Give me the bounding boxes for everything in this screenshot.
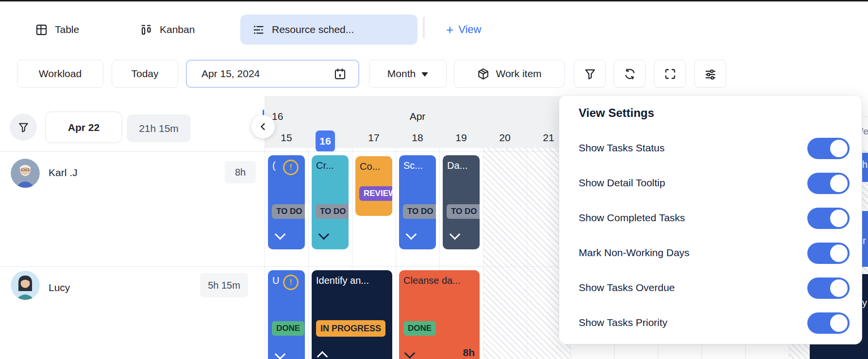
task-title: Cleanse da... [403,275,461,286]
task-card[interactable]: Cr... TO DO [312,155,349,249]
resource-scheduler-app: Table Kanban Resource sched... + View Wo… [0,0,868,359]
setting-label-show-tasks-status: Show Tasks Status [579,142,665,154]
refresh-button[interactable] [614,60,646,88]
toggle-show-completed-tasks[interactable] [807,208,850,229]
status-badge: IN PROGRESS [316,320,385,337]
view-settings-title: View Settings [579,106,654,120]
collapse-chevron-icon[interactable] [317,351,328,359]
avatar-karl[interactable] [11,159,40,188]
window-top-edge [0,0,868,1]
resource-name: Karl .J [49,167,78,179]
fullscreen-button[interactable] [654,60,686,88]
chevron-left-icon [258,121,268,132]
workload-label: Workload [39,68,82,80]
task-title: h [862,159,868,170]
toggle-knob [830,245,848,262]
expand-chevron-icon[interactable] [275,349,286,359]
task-title: Identify an... [316,275,369,286]
toggle-knob [830,210,848,227]
add-view-label: View [458,23,481,36]
setting-label-show-completed-tasks: Show Completed Tasks [579,212,685,224]
calendar-icon [334,67,347,81]
status-badge: DONE [403,321,436,336]
week-jump-button[interactable]: Apr 22 [45,112,122,143]
toggle-knob [830,175,848,192]
funnel-icon [17,121,30,133]
workload-button[interactable]: Workload [17,60,103,88]
tab-kanban[interactable]: Kanban [128,15,206,45]
view-settings-button[interactable] [694,60,726,88]
task-title: ( [272,160,276,171]
task-card[interactable]: Da... TO DO [443,155,480,249]
plus-icon: + [446,23,453,36]
resource-name: Lucy [49,282,70,294]
overdue-warning-icon: ! [283,275,299,290]
toggle-show-detail-tooltip[interactable] [807,173,850,194]
grid-line [396,148,396,359]
avatar-lucy-image [11,271,40,300]
setting-label-show-tasks-priority: Show Tasks Priority [579,317,668,328]
grid-line [483,148,484,359]
toggle-mark-non-working-days[interactable] [807,243,850,264]
status-badge: DONE [272,321,304,336]
status-badge: TO DO [316,204,349,219]
range-selector-value: Month [387,68,416,80]
work-item-cube-icon [477,67,490,81]
task-card[interactable]: Cleanse da... DONE 8h [399,270,480,359]
tab-resource-schedule[interactable]: Resource sched... [240,15,417,45]
expand-chevron-icon[interactable] [404,348,416,359]
day-label-18[interactable]: 18 [396,132,439,144]
toggle-knob [830,314,848,332]
filter-button[interactable] [574,60,606,88]
tab-resource-schedule-label: Resource sched... [272,24,354,35]
task-title: y [862,297,867,309]
fullscreen-icon [664,67,677,81]
chevron-down-icon [421,72,428,77]
toggle-knob [830,140,848,157]
work-item-button[interactable]: Work item [454,60,565,88]
expand-chevron-icon[interactable] [275,229,286,240]
setting-label-show-tasks-overdue: Show Tasks Overdue [579,282,675,294]
task-title: r [863,235,866,246]
task-title: Cr... [316,160,334,171]
avatar-lucy[interactable] [11,271,40,300]
toggle-show-tasks-status[interactable] [807,138,850,159]
tab-kanban-label: Kanban [160,24,195,35]
date-picker[interactable]: Apr 15, 2024 [186,60,359,88]
toggle-show-tasks-overdue[interactable] [807,277,850,299]
today-button[interactable]: Today [112,60,178,88]
day-label-19[interactable]: 19 [439,132,483,144]
kanban-icon [140,23,153,36]
tab-table[interactable]: Table [23,15,91,45]
day-label-17[interactable]: 17 [352,132,396,144]
resource-hours-badge: 8h [225,161,256,183]
task-card[interactable]: ( ! TO DO [268,155,305,249]
expand-chevron-icon[interactable] [450,229,461,240]
collapse-panel-button[interactable] [251,115,275,138]
day-label-16-selected[interactable]: 16 [316,131,335,152]
status-badge: TO DO [403,204,436,219]
task-card[interactable]: U ! DONE [268,270,305,359]
sliders-icon [704,67,717,81]
date-picker-value: Apr 15, 2024 [201,68,260,80]
add-view-button[interactable]: + View [439,15,488,45]
setting-label-show-detail-tooltip: Show Detail Tooltip [579,177,665,189]
task-card[interactable]: Identify an... IN PROGRESS [312,270,392,359]
resource-filter-button[interactable] [10,114,37,141]
priority-badge: REVIEW [359,186,392,201]
task-title: U [272,275,279,286]
range-selector[interactable]: Month [369,60,447,88]
expand-chevron-icon[interactable] [318,229,330,240]
task-card[interactable]: Sc... TO DO [399,155,436,249]
setting-label-mark-non-working-days: Mark Non-Working Days [579,247,689,259]
status-badge: TO DO [272,204,305,219]
table-icon [35,23,48,36]
toggle-show-tasks-priority[interactable] [807,312,850,334]
task-card[interactable]: Co... REVIEW [355,156,392,216]
overdue-warning-icon: ! [283,160,299,175]
resource-hours-badge: 5h 15m [200,273,248,297]
day-label-20[interactable]: 20 [483,132,527,144]
task-title: Co... [360,161,380,172]
resource-schedule-icon [252,23,265,36]
expand-chevron-icon[interactable] [406,229,417,240]
